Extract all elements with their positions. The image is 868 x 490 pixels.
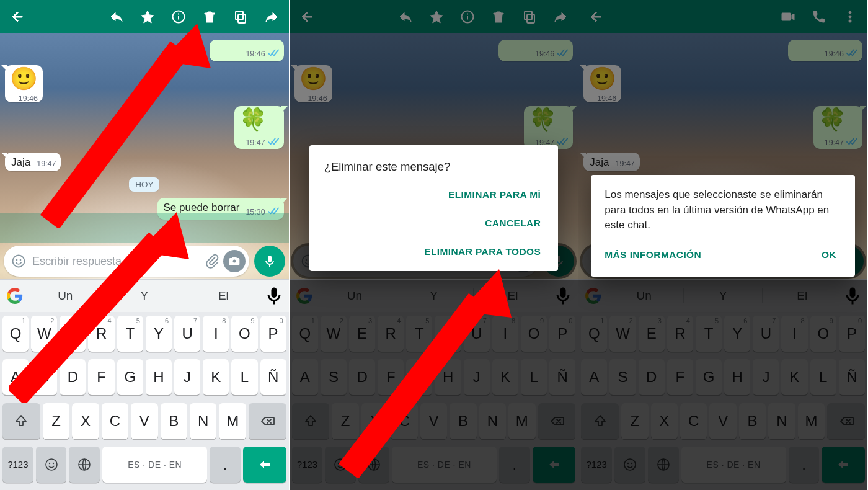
dialog-body: Los mensajes que seleccionaste se elimin… — [604, 187, 841, 233]
message-time: 19:46 — [246, 50, 265, 58]
info-dialog: Los mensajes que seleccionaste se elimin… — [591, 175, 855, 277]
message-out[interactable]: 19:46 — [210, 40, 284, 61]
message-input-bar: Escribir respuesta... — [4, 246, 285, 277]
star-icon[interactable] — [134, 3, 161, 30]
message-input[interactable]: Escribir respuesta... — [4, 246, 249, 277]
message-text: Jaja — [11, 156, 30, 168]
emoji-picker-icon[interactable] — [7, 250, 30, 272]
key-v[interactable]: V — [131, 403, 157, 439]
keyboard-mic-icon[interactable] — [263, 285, 285, 307]
message-time: 19:46 — [19, 94, 38, 103]
emoji-content: 🍀 — [239, 109, 278, 131]
suggestion-word[interactable]: Un — [27, 289, 104, 303]
key-n[interactable]: N — [190, 403, 216, 439]
key-i[interactable]: I8 — [203, 316, 229, 352]
key-x[interactable]: X — [72, 403, 99, 439]
chat-scroll[interactable]: 19:46 🙂 19:46 🍀 19:47 Jaja 19:47 HOY Se … — [0, 33, 289, 279]
dialog-title: ¿Eliminar este mensaje? — [324, 159, 546, 176]
message-time: 19:47 — [37, 159, 56, 168]
message-time: 19:47 — [246, 138, 265, 147]
voice-record-button[interactable] — [254, 246, 285, 277]
camera-icon[interactable] — [223, 250, 246, 272]
key-d[interactable]: D — [60, 359, 86, 395]
delete-dialog: ¿Eliminar este mensaje? ELIMINAR PARA MÍ… — [309, 145, 559, 271]
read-ticks-icon — [268, 135, 279, 149]
keyboard-suggestion-bar: Un Y El — [0, 280, 289, 312]
panel-step2: 19:46 🙂19:46 🍀19:47 Escribir respuesta..… — [290, 0, 579, 490]
key-r[interactable]: R4 — [88, 316, 114, 352]
suggestion-word[interactable]: El — [185, 289, 262, 303]
info-icon[interactable] — [165, 3, 192, 30]
symbols-key[interactable]: ?123 — [2, 447, 33, 483]
space-key[interactable]: ES · DE · EN — [102, 447, 207, 483]
emoji-content: 🙂 — [10, 68, 38, 90]
key-s[interactable]: S — [31, 359, 57, 395]
panel-step1: 19:46 🙂 19:46 🍀 19:47 Jaja 19:47 HOY Se … — [0, 0, 290, 490]
cancel-button[interactable]: CANCELAR — [480, 210, 546, 236]
key-j[interactable]: J — [174, 359, 200, 395]
key-q[interactable]: Q1 — [2, 316, 29, 352]
forward-icon[interactable] — [258, 3, 285, 30]
key-c[interactable]: C — [102, 403, 128, 439]
key-l[interactable]: L — [231, 359, 257, 395]
key-w[interactable]: W2 — [31, 316, 57, 352]
panel-step3: 19:46 🙂19:46 🍀19:47 Jaja19:47 Escribir r… — [578, 0, 868, 490]
selection-highlight — [0, 213, 289, 243]
key-k[interactable]: K — [203, 359, 229, 395]
date-separator: HOY — [5, 177, 284, 192]
copy-icon[interactable] — [227, 3, 254, 30]
emoji-key[interactable] — [36, 447, 67, 483]
input-placeholder: Escribir respuesta... — [30, 255, 201, 268]
key-o[interactable]: O9 — [231, 316, 257, 352]
soft-keyboard[interactable]: Un Y El Q1W2E3R4T5Y6U7I8O9P0 ASDFGHJKLÑ … — [0, 279, 289, 490]
key-a[interactable]: A — [2, 359, 29, 395]
selection-toolbar — [0, 0, 289, 33]
enter-key[interactable] — [243, 447, 286, 483]
key-z[interactable]: Z — [43, 403, 69, 439]
more-info-button[interactable]: MÁS INFORMACIÓN — [604, 242, 706, 268]
reply-icon[interactable] — [103, 3, 130, 30]
key-ñ[interactable]: Ñ — [260, 359, 286, 395]
message-in[interactable]: 🙂 19:46 — [5, 65, 43, 102]
delete-for-me-button[interactable]: ELIMINAR PARA MÍ — [443, 182, 546, 208]
message-text: Se puede borrar — [164, 202, 240, 213]
trash-icon[interactable] — [196, 3, 223, 30]
key-y[interactable]: Y6 — [146, 316, 172, 352]
delete-for-everyone-button[interactable]: ELIMINAR PARA TODOS — [419, 239, 546, 265]
key-p[interactable]: P0 — [260, 316, 286, 352]
message-in[interactable]: Jaja 19:47 — [5, 153, 61, 171]
key-u[interactable]: U7 — [174, 316, 200, 352]
period-key[interactable]: . — [210, 447, 241, 483]
backspace-key[interactable] — [249, 403, 286, 439]
key-h[interactable]: H — [146, 359, 172, 395]
google-logo-icon[interactable] — [4, 285, 26, 307]
read-ticks-icon — [268, 47, 279, 61]
language-key[interactable] — [69, 447, 100, 483]
back-icon[interactable] — [4, 3, 31, 30]
ok-button[interactable]: OK — [817, 242, 841, 268]
key-e[interactable]: E3 — [60, 316, 86, 352]
key-f[interactable]: F — [88, 359, 114, 395]
suggestion-word[interactable]: Y — [107, 289, 183, 303]
key-b[interactable]: B — [161, 403, 187, 439]
key-m[interactable]: M — [219, 403, 246, 439]
message-out[interactable]: 🍀 19:47 — [234, 106, 283, 149]
key-t[interactable]: T5 — [117, 316, 143, 352]
attach-icon[interactable] — [201, 250, 223, 272]
key-g[interactable]: G — [117, 359, 143, 395]
shift-key[interactable] — [2, 403, 40, 439]
